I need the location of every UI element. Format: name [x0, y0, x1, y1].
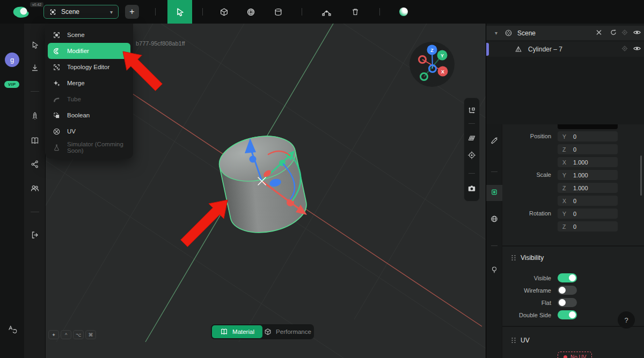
add-object-button[interactable]: + — [125, 5, 139, 19]
scale-z-field[interactable]: Z 1.000 — [558, 183, 618, 193]
toggle-label: Wireframe — [502, 287, 551, 294]
visible-toggle[interactable] — [558, 273, 577, 282]
property-tabstrip — [486, 124, 502, 358]
visibility-eye-icon[interactable] — [633, 28, 641, 38]
refresh-icon[interactable] — [610, 28, 617, 38]
double-side-toggle[interactable] — [558, 310, 577, 319]
menu-item-tube[interactable]: Tube — [45, 91, 133, 107]
drag-handle-icon[interactable] — [511, 337, 516, 344]
hotkey-shift[interactable]: ✦ — [48, 330, 59, 339]
scene-mode-label: Scene — [61, 8, 105, 16]
side-toolbar — [24, 24, 46, 358]
menu-item-topology-editor[interactable]: Topology Editor — [45, 59, 133, 75]
help-button[interactable]: ? — [618, 311, 635, 329]
download-icon[interactable] — [31, 64, 39, 74]
vip-badge[interactable]: VIP — [4, 81, 19, 88]
locate-target-icon[interactable] — [621, 45, 628, 54]
curve-tool-button[interactable] — [317, 0, 335, 24]
rotation-z-field[interactable]: Z 0 — [558, 221, 618, 232]
axis-x-handle[interactable]: X — [438, 66, 448, 77]
scene-root-label: Scene — [517, 29, 536, 37]
paint-brush-tab-icon[interactable] — [490, 137, 498, 146]
scrollbar-thumb[interactable] — [640, 155, 642, 196]
scale-y-field[interactable]: Y 1.000 — [558, 170, 618, 180]
grid-snap-icon[interactable] — [467, 134, 476, 144]
material-icon — [220, 328, 228, 335]
simulator-icon — [53, 144, 61, 152]
tab-performance[interactable]: Performance — [262, 325, 313, 338]
language-translate-icon[interactable] — [8, 325, 17, 335]
library-book-icon[interactable] — [31, 137, 39, 147]
tree-row-scene[interactable]: ▾ Scene — [486, 26, 644, 40]
position-y-field[interactable]: Y 0 — [558, 131, 618, 141]
visibility-section: Visibility Visible Wireframe Flat — [502, 245, 644, 323]
axis-neg-x-handle[interactable] — [418, 55, 427, 64]
divider — [31, 212, 39, 212]
toggle-label: Double Side — [502, 312, 551, 318]
environment-globe-tab-icon[interactable] — [490, 215, 498, 225]
flat-toggle[interactable] — [558, 298, 577, 307]
axis-value: 0 — [573, 223, 576, 230]
add-cylinder-button[interactable] — [269, 0, 287, 24]
no-uv-badge: No UV — [558, 352, 592, 358]
material-ball-button[interactable] — [394, 0, 413, 24]
axis-z-handle[interactable]: Z — [427, 45, 437, 55]
position-z-field[interactable]: Z 0 — [558, 144, 618, 154]
select-tool-button[interactable] — [167, 0, 192, 24]
visibility-eye-icon[interactable] — [633, 44, 641, 54]
tree-row-cylinder[interactable]: Cylinder – 7 — [486, 42, 644, 57]
tab-material-label: Material — [232, 329, 254, 335]
object-properties-tab-icon[interactable] — [490, 188, 498, 198]
tab-material[interactable]: Material — [212, 325, 262, 338]
rocket-icon[interactable] — [31, 112, 39, 122]
menu-item-boolean[interactable]: Boolean — [45, 107, 133, 123]
menu-item-simulator[interactable]: Simulator (Comming Soon) — [45, 139, 133, 155]
avatar[interactable]: g — [5, 53, 19, 67]
chevron-down-icon: ▾ — [110, 9, 113, 15]
uv-section: UV No UV — [502, 326, 644, 358]
position-x-field-partial[interactable] — [558, 124, 618, 129]
logout-icon[interactable] — [31, 231, 39, 241]
axis-value: 0 — [573, 146, 576, 153]
toggle-row-visible: Visible — [502, 273, 644, 282]
mesh-icon — [515, 46, 522, 53]
scene-icon — [53, 31, 61, 39]
hotkey-ctrl[interactable]: ^ — [61, 330, 71, 339]
scale-label: Scale — [502, 171, 551, 178]
app-window: b777-95cf808ab1ff Z Y X — [0, 0, 644, 358]
axis-label: Z — [562, 223, 567, 230]
transform-mode-icon[interactable] — [467, 106, 476, 116]
scene-mode-dropdown[interactable]: Scene ▾ — [43, 5, 119, 19]
axis-value: 0 — [573, 133, 576, 140]
menu-item-modifier[interactable]: Modifier — [48, 43, 130, 59]
add-cube-button[interactable] — [215, 0, 233, 24]
rotation-x-field[interactable]: X 0 — [558, 196, 618, 206]
delete-trash-button[interactable] — [346, 0, 364, 24]
axis-neg-z-handle[interactable] — [428, 64, 437, 73]
hotkey-command[interactable]: ⌘ — [85, 330, 96, 339]
scale-x-field[interactable]: X 1.000 — [558, 157, 618, 167]
focus-target-icon[interactable] — [467, 151, 476, 161]
deselect-icon[interactable] — [596, 29, 602, 37]
menu-item-scene[interactable]: Scene — [45, 27, 133, 43]
menu-item-label: Topology Editor — [67, 64, 109, 70]
add-sphere-button[interactable] — [241, 0, 260, 24]
hotkey-option[interactable]: ⌥ — [73, 330, 84, 339]
axis-label: Y — [562, 133, 567, 140]
select-cursor-icon[interactable] — [31, 41, 39, 51]
menu-item-uv[interactable]: UV — [45, 123, 133, 139]
share-nodes-icon[interactable] — [31, 160, 39, 170]
rotation-y-field[interactable]: Y 0 — [558, 208, 618, 219]
wireframe-toggle[interactable] — [558, 286, 577, 295]
locate-target-icon[interactable] — [621, 29, 628, 38]
menu-item-merge[interactable]: Merge — [45, 75, 133, 91]
camera-snapshot-icon[interactable] — [467, 184, 477, 195]
community-users-icon[interactable] — [30, 184, 39, 195]
axis-y-handle[interactable]: Y — [437, 50, 448, 61]
chevron-down-icon[interactable]: ▾ — [495, 30, 497, 36]
top-toolbar: v0.42 Scene ▾ + — [0, 0, 644, 24]
axis-neg-y-handle[interactable] — [420, 72, 428, 81]
drag-handle-icon[interactable] — [511, 255, 516, 261]
orientation-gizmo[interactable]: Z Y X — [409, 42, 455, 87]
light-bulb-tab-icon[interactable] — [491, 266, 498, 275]
